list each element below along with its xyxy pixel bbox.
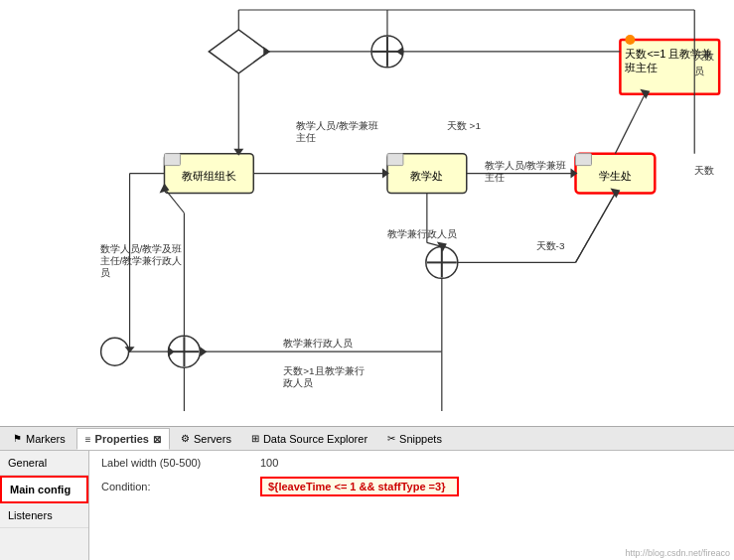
markers-icon: ⚑	[13, 433, 22, 444]
condition-input[interactable]	[260, 477, 459, 496]
diagram-area: 教研组组长 教学处 学生处 天数<=1 且教学兼 班主任 天数 员 天数 教学人…	[0, 0, 734, 427]
svg-rect-10	[164, 154, 180, 166]
snippets-icon: ✂	[387, 433, 395, 444]
svg-text:主任/教学兼行政人: 主任/教学兼行政人	[100, 255, 183, 266]
label-width-row: Label width (50-500) 100	[101, 457, 722, 469]
svg-text:教研组组长: 教研组组长	[182, 170, 236, 182]
condition-label: Condition:	[101, 481, 260, 492]
tab-markers[interactable]: ⚑ Markers	[4, 428, 74, 450]
sidebar-listeners[interactable]: Listeners	[0, 503, 88, 528]
tab-properties-close[interactable]: ⊠	[153, 434, 161, 445]
svg-text:班主任: 班主任	[625, 62, 658, 73]
svg-text:天数: 天数	[694, 165, 714, 176]
svg-text:天数: 天数	[694, 51, 714, 62]
condition-row: Condition:	[101, 477, 722, 496]
sidebar-general-label: General	[8, 457, 47, 469]
svg-text:学生处: 学生处	[599, 170, 632, 182]
props-content: General Main config Listeners Label widt…	[0, 451, 734, 560]
tab-bar: ⚑ Markers ≡ Properties ⊠ ⚙ Servers ⊞ Dat…	[0, 427, 734, 451]
tab-snippets-label: Snippets	[399, 433, 442, 445]
marker-dot	[625, 35, 635, 45]
servers-icon: ⚙	[181, 433, 190, 444]
tab-servers[interactable]: ⚙ Servers	[172, 428, 240, 450]
tab-properties-label: Properties	[95, 433, 149, 445]
svg-text:员: 员	[100, 267, 110, 278]
diagram-svg: 教研组组长 教学处 学生处 天数<=1 且教学兼 班主任 天数 员 天数 教学人…	[0, 0, 734, 426]
tab-datasource[interactable]: ⊞ Data Source Explorer	[242, 428, 376, 450]
svg-text:教学人员/教学兼班: 教学人员/教学兼班	[296, 120, 378, 131]
tab-markers-label: Markers	[26, 433, 66, 445]
svg-text:天数>1且教学兼行: 天数>1且教学兼行	[283, 365, 364, 376]
properties-icon: ≡	[85, 434, 91, 445]
svg-text:教学兼行政人员: 教学兼行政人员	[283, 338, 353, 349]
tab-properties[interactable]: ≡ Properties ⊠	[76, 428, 170, 450]
sidebar-listeners-label: Listeners	[8, 509, 53, 521]
svg-text:教学人员/教学兼班: 教学人员/教学兼班	[485, 160, 567, 171]
props-main: Label width (50-500) 100 Condition: http…	[89, 451, 734, 560]
svg-text:数学人员/教学及班: 数学人员/教学及班	[100, 243, 183, 254]
tab-snippets[interactable]: ✂ Snippets	[378, 428, 451, 450]
props-sidebar: General Main config Listeners	[0, 451, 89, 560]
start-node	[101, 338, 129, 365]
watermark: http://blog.csdn.net/fireaco	[625, 548, 730, 558]
svg-text:政人员: 政人员	[283, 377, 313, 388]
svg-text:天数 >1: 天数 >1	[447, 120, 482, 131]
svg-rect-12	[387, 154, 403, 166]
svg-text:天数-3: 天数-3	[536, 240, 565, 251]
datasource-icon: ⊞	[251, 433, 259, 444]
svg-rect-14	[576, 154, 592, 166]
label-width-value: 100	[260, 457, 278, 469]
sidebar-main-config-label: Main config	[10, 484, 71, 495]
sidebar-general[interactable]: General	[0, 451, 88, 476]
svg-text:员: 员	[694, 66, 704, 76]
svg-text:主任: 主任	[296, 132, 316, 143]
label-width-label: Label width (50-500)	[101, 457, 260, 469]
bottom-panel: ⚑ Markers ≡ Properties ⊠ ⚙ Servers ⊞ Dat…	[0, 427, 734, 560]
svg-text:教学处: 教学处	[410, 170, 443, 182]
svg-text:教学兼行政人员: 教学兼行政人员	[387, 228, 457, 239]
sidebar-main-config[interactable]: Main config	[0, 476, 88, 503]
tab-datasource-label: Data Source Explorer	[263, 433, 367, 445]
tab-servers-label: Servers	[194, 433, 231, 445]
